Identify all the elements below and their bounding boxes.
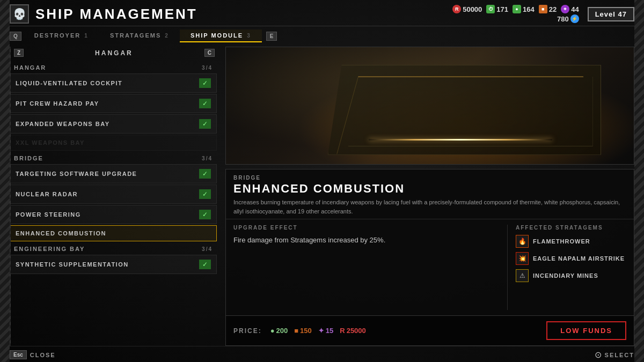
main-container: 💀 SHIP MANAGEMENT R 50000 ⏱ 171 ● 164 [0,0,644,362]
ship-glow [369,139,552,141]
check-icon: ✓ [199,189,211,199]
detail-body: UPGRADE EFFECT Fire damage from Stratage… [226,219,634,315]
currency-row-top: R 50000 ⏱ 171 ● 164 ■ 22 [452,5,579,13]
module-enhanced-combustion[interactable]: ENHANCED COMBUSTION [10,225,217,241]
section-header: Z HANGAR C [10,47,219,59]
esc-key: Esc [10,350,27,359]
detail-description: Increases burning temperature of incendi… [233,198,626,216]
ship-inner-lines [348,77,593,147]
z-key: Z [14,49,24,57]
footer-close: Esc CLOSE [10,350,56,359]
detail-category: BRIDGE [233,175,626,181]
detail-header: BRIDGE ENHANCED COMBUSTION Increases bur… [226,169,634,219]
footer-right: ⊙ SELECT [595,350,634,360]
affected-stratagems-label: AFFECTED STRATAGEMS [516,225,626,231]
red-price-value: 25000 [347,327,366,335]
req-value: 50000 [463,5,482,13]
right-border [634,0,644,362]
body-area: Z HANGAR C HANGAR 3/4 LIQUID-VENTILATED … [10,42,634,346]
footer: Esc CLOSE ⊙ SELECT [10,346,634,362]
blue-icon: ⚡ [570,14,579,23]
upgrade-effect-text: Fire damage from Stratagems increased by… [233,235,500,246]
incendiary-mines-name: INCENDIARY MINES [533,272,598,279]
affected-stratagems-section: AFFECTED STRATAGEMS 🔥 FLAMETHROWER 💥 EAG… [508,225,626,310]
price-purple: ✦ 15 [318,327,333,335]
category-engineering: ENGINEERING BAY 3/4 [10,242,217,254]
purple-value: 44 [571,5,579,13]
nav-tabs: Q DESTROYER 1 STRATAGEMS 2 SHIP MODULE 3… [10,26,634,42]
orange-value: 22 [549,5,557,13]
left-panel: Z HANGAR C HANGAR 3/4 LIQUID-VENTILATED … [10,47,219,346]
flamethrower-name: FLAMETHROWER [533,238,590,245]
orange-price-icon: ■ [294,327,298,335]
incendiary-mines-icon: ⚠ [516,269,529,282]
medal-value: 171 [496,5,508,13]
tab-ship-module[interactable]: SHIP MODULE 3 [180,29,262,42]
check-icon: ✓ [199,78,211,88]
stratagem-eagle-napalm: 💥 EAGLE NAPALM AIRSTRIKE [516,252,626,265]
purple-price-icon: ✦ [318,327,324,335]
price-orange: ■ 150 [294,327,312,335]
blue-value: 780 [557,15,569,23]
module-power-steering[interactable]: POWER STEERING ✓ [10,205,217,224]
currency-green: ● 164 [513,5,535,13]
header-right: R 50000 ⏱ 171 ● 164 ■ 22 [452,5,634,23]
green-price-value: 200 [276,327,288,335]
req-icon: R [452,5,461,13]
medal-icon: ⏱ [486,5,495,13]
q-key: Q [10,32,21,41]
detail-panel: BRIDGE ENHANCED COMBUSTION Increases bur… [225,169,634,346]
orange-price-value: 150 [300,327,312,335]
c-key: C [204,49,215,57]
check-icon: ✓ [199,210,211,219]
check-icon: ✓ [199,119,211,129]
page-title: SHIP MANAGEMENT [35,6,197,23]
price-bar: PRICE: ● 200 ■ 150 ✦ [226,315,634,345]
green-price-icon: ● [270,327,275,335]
currency-req: R 50000 [452,5,482,13]
tab-destroyer[interactable]: DESTROYER 1 [24,29,99,42]
currency-orange: ■ 22 [539,5,557,13]
ship-image [225,47,634,165]
module-xxl-weapons-bay: XXL WEAPONS BAY [10,135,217,151]
currency-medal: ⏱ 171 [486,5,508,13]
module-nuclear-radar[interactable]: NUCLEAR RADAR ✓ [10,184,217,204]
purple-icon: ✦ [561,5,569,13]
price-label: PRICE: [233,327,262,335]
skull-icon: 💀 [10,4,29,24]
module-targeting-software[interactable]: TARGETING SOFTWARE UPGRADE ✓ [10,164,217,183]
left-border [0,0,10,362]
module-synthetic-supplementation[interactable]: SYNTHETIC SUPPLEMENTATION ✓ [10,255,217,274]
stratagem-incendiary-mines: ⚠ INCENDIARY MINES [516,269,626,282]
currency-purple: ✦ 44 [561,5,579,13]
currency-group: R 50000 ⏱ 171 ● 164 ■ 22 [452,5,579,23]
currency-blue: 780 ⚡ [557,14,579,23]
eagle-napalm-name: EAGLE NAPALM AIRSTRIKE [533,255,625,262]
eagle-napalm-icon: 💥 [516,252,529,265]
green-value: 164 [523,5,535,13]
low-funds-button[interactable]: LOW FUNDS [546,321,626,340]
e-key: E [266,32,277,41]
stratagem-flamethrower: 🔥 FLAMETHROWER [516,235,626,248]
upgrade-effect-section: UPGRADE EFFECT Fire damage from Stratage… [233,225,508,310]
detail-title: ENHANCED COMBUSTION [233,182,626,196]
ship-structure [328,65,601,155]
green-icon: ● [513,5,521,13]
price-red: R 25000 [340,327,366,335]
section-title: HANGAR [95,49,133,57]
purple-price-value: 15 [326,327,333,335]
header-left: 💀 SHIP MANAGEMENT [10,4,197,24]
price-green: ● 200 [270,327,288,335]
ship-diagonal [348,77,593,147]
check-icon: ✓ [199,260,211,269]
module-pit-crew[interactable]: PIT CREW HAZARD PAY ✓ [10,94,217,113]
module-liquid-ventilated-cockpit[interactable]: LIQUID-VENTILATED COCKPIT ✓ [10,73,217,93]
red-price-symbol: R [340,327,345,335]
header: 💀 SHIP MANAGEMENT R 50000 ⏱ 171 ● 164 [10,0,634,26]
check-icon: ✓ [199,169,211,179]
module-expanded-weapons-bay[interactable]: EXPANDED WEAPONS BAY ✓ [10,114,217,134]
modules-list: HANGAR 3/4 LIQUID-VENTILATED COCKPIT ✓ P… [10,61,219,346]
level-badge: Level 47 [588,7,634,21]
right-panel: BRIDGE ENHANCED COMBUSTION Increases bur… [225,47,634,346]
tab-stratagems[interactable]: STRATAGEMS 2 [99,29,180,42]
